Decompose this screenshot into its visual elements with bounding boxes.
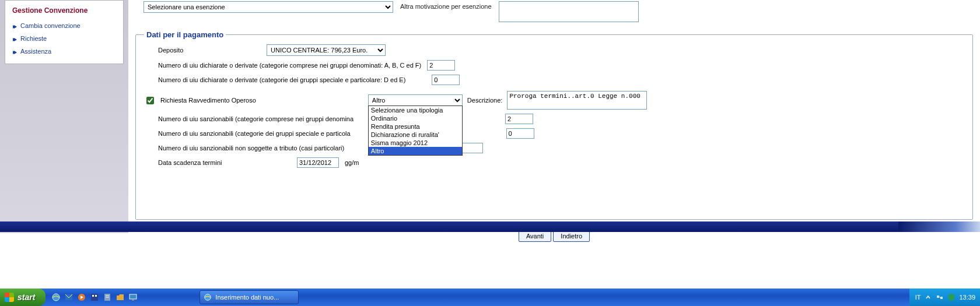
svg-rect-13	[937, 296, 939, 298]
indietro-button[interactable]: Indietro	[553, 230, 590, 242]
quick-launch	[46, 293, 141, 302]
data-scad-label: Data scadenza termini	[144, 159, 291, 166]
main-column: Selezionare una esenzione Altra motivazi…	[128, 0, 980, 233]
tipologia-option[interactable]: Selezionare una tipologia	[369, 106, 462, 114]
sidebar-item-richieste[interactable]: Richieste	[12, 32, 116, 45]
tipologia-option[interactable]: Ordinario	[369, 114, 462, 122]
button-row: Avanti Indietro	[135, 230, 973, 242]
altra-label: Altra motivazione per esenzione	[400, 1, 492, 10]
arrow-icon	[12, 36, 17, 41]
sanz-abcf-input[interactable]	[505, 114, 533, 124]
esenzione-select[interactable]: Selezionare una esenzione	[144, 1, 393, 13]
sanz-abcf-label: Numero di uiu sanzionabili (categorie co…	[144, 115, 354, 122]
start-label: start	[18, 293, 35, 302]
tipologia-option-selected[interactable]: Altro	[369, 147, 462, 155]
folder-icon[interactable]	[116, 293, 125, 302]
altra-textarea[interactable]	[499, 1, 639, 22]
pagamento-fieldset: Dati per il pagamento Deposito UNICO CEN…	[135, 30, 973, 220]
tipologia-option[interactable]: Sisma maggio 2012	[369, 139, 462, 147]
sidebar-box: Gestione Convenzione Cambia convenzione …	[5, 0, 124, 64]
sidebar-link[interactable]: Assistenza	[20, 48, 51, 55]
ie-icon	[204, 293, 212, 301]
data-scad-input[interactable]	[297, 157, 339, 168]
ravvedimento-checkbox[interactable]	[146, 97, 154, 104]
sanz-notrib-label: Numero di uiu sanzionabili non soggette …	[144, 145, 344, 152]
pagamento-legend: Dati per il pagamento	[144, 30, 226, 39]
deposito-row: Deposito UNICO CENTRALE: 796,23 Euro.	[144, 43, 964, 58]
tipologia-option[interactable]: Rendita presunta	[369, 122, 462, 131]
uiu-abcf-label: Numero di uiu dichiarate o derivate (cat…	[144, 62, 421, 69]
desktop-icon[interactable]	[128, 293, 138, 302]
ie-icon[interactable]	[51, 293, 61, 302]
language-indicator[interactable]: IT	[915, 294, 921, 301]
deposito-select[interactable]: UNICO CENTRALE: 796,23 Euro.	[267, 44, 386, 56]
uiu-de-input[interactable]	[432, 75, 460, 85]
tray-chevron-icon[interactable]	[924, 293, 932, 301]
svg-rect-14	[940, 297, 943, 299]
descrizione-textarea[interactable]: Proroga termini..art.0 Legge n.000	[507, 91, 647, 110]
data-scad-row: Data scadenza termini gg/m	[144, 156, 964, 170]
sanz-de-row: Numero di uiu sanzionabili (categorie de…	[144, 126, 964, 141]
ravvedimento-label: Richiesta Ravvedimento Operoso	[160, 97, 256, 104]
sanz-notrib-row: Numero di uiu sanzionabili non soggette …	[144, 141, 964, 156]
descrizione-label: Descrizione:	[467, 97, 503, 104]
sanz-abcf-row: Numero di uiu sanzionabili (categorie co…	[144, 112, 964, 126]
task-label: Inserimento dati nuo...	[215, 294, 279, 301]
tipologia-wrap: Altro Selezionare una tipologia Ordinari…	[368, 94, 463, 106]
start-button[interactable]: start	[0, 289, 46, 306]
uiu-abcf-row: Numero di uiu dichiarate o derivate (cat…	[144, 58, 964, 73]
taskbar-task[interactable]: Inserimento dati nuo...	[200, 290, 299, 304]
svg-rect-11	[132, 300, 134, 301]
tray-shield-icon[interactable]	[947, 293, 956, 301]
uiu-de-row: Numero di uiu dichiarate o derivate (cat…	[144, 73, 964, 87]
svg-rect-4	[91, 294, 98, 301]
sanz-de-label: Numero di uiu sanzionabili (categorie de…	[144, 130, 351, 137]
avanti-button[interactable]: Avanti	[519, 230, 551, 242]
arrow-icon	[12, 49, 17, 54]
svg-line-15	[939, 297, 940, 298]
sidebar-column: Gestione Convenzione Cambia convenzione …	[0, 0, 128, 233]
sidebar-item-cambia[interactable]: Cambia convenzione	[12, 19, 116, 32]
sidebar-link[interactable]: Richieste	[20, 35, 47, 42]
clock[interactable]: 13:39	[959, 294, 975, 301]
esenzione-row: Selezionare una esenzione Altra motivazi…	[135, 1, 973, 22]
app-icon[interactable]	[90, 293, 99, 302]
outlook-icon[interactable]	[64, 293, 74, 302]
notes-icon[interactable]	[103, 293, 112, 302]
data-scad-hint: gg/m	[345, 159, 359, 166]
sidebar-item-assistenza[interactable]: Assistenza	[12, 45, 116, 58]
system-tray: IT 13:39	[909, 289, 980, 306]
svg-rect-6	[95, 295, 97, 297]
uiu-de-label: Numero di uiu dichiarate o derivate (cat…	[144, 76, 405, 83]
uiu-abcf-input[interactable]	[427, 60, 455, 71]
ravvedimento-row: Richiesta Ravvedimento Operoso Altro Sel…	[144, 87, 964, 112]
media-icon[interactable]	[77, 293, 86, 302]
svg-rect-5	[92, 295, 94, 297]
tipologia-dropdown[interactable]: Selezionare una tipologia Ordinario Rend…	[368, 105, 463, 156]
footer-bar	[0, 221, 980, 232]
deposito-label: Deposito	[144, 47, 261, 54]
tray-network-icon[interactable]	[936, 293, 944, 301]
tipologia-select[interactable]: Altro	[368, 94, 463, 106]
tipologia-option[interactable]: Dichiarazione di ruralita'	[369, 131, 462, 139]
sidebar-title: Gestione Convenzione	[12, 6, 116, 15]
sanz-de-input[interactable]	[506, 128, 534, 139]
windows-logo-icon	[5, 293, 14, 302]
sidebar-link[interactable]: Cambia convenzione	[20, 22, 80, 29]
arrow-icon	[12, 23, 17, 28]
svg-rect-10	[130, 294, 136, 299]
taskbar: start Inserimento dati nuo... IT 13:39	[0, 289, 980, 306]
